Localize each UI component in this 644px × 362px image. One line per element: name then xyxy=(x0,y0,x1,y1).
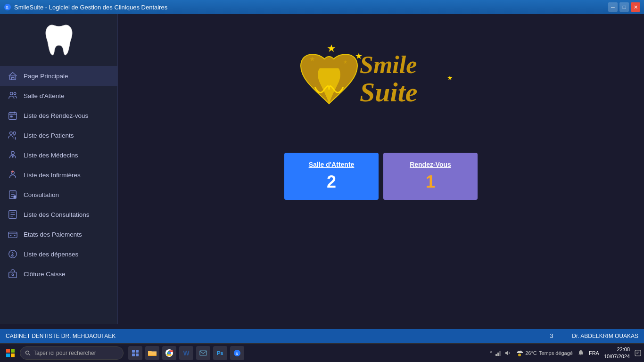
svg-rect-3 xyxy=(11,78,14,80)
svg-point-4 xyxy=(10,92,13,95)
chrome-icon xyxy=(165,349,173,357)
statusbar: CABINET DENTISTE DR. MEHDAOUI AEK 3 Dr. … xyxy=(0,329,644,343)
app-icon: S xyxy=(4,3,11,11)
taskbar-search-bar[interactable]: Taper ici pour rechercher xyxy=(20,346,124,360)
email-icon xyxy=(199,349,207,357)
taskbar-right: ^ 26°C Temps dégagé FRA 22:08 10/07/2024 xyxy=(490,346,641,360)
clock-time: 22:08 xyxy=(604,346,630,353)
svg-text:Smile: Smile xyxy=(360,51,417,78)
main-content: ★ ★ ★ Smile Suite ★ ★ xyxy=(118,14,644,324)
volume-icon xyxy=(504,350,511,356)
sidebar-item-liste-patients[interactable]: Liste des Patients xyxy=(0,125,117,145)
taskbar-clock: 22:08 10/07/2024 xyxy=(604,346,630,360)
sidebar: Page Principale Salle d'Attente Liste de… xyxy=(0,14,118,324)
svg-line-32 xyxy=(29,354,30,355)
card-rdv-value: 1 xyxy=(426,172,435,192)
sidebar-item-liste-infirmieres[interactable]: Liste des Infirmières xyxy=(0,165,117,185)
svg-rect-17 xyxy=(9,272,17,278)
sidebar-logo xyxy=(40,19,78,61)
sidebar-item-liste-depenses[interactable]: Liste des dépenses xyxy=(0,244,117,264)
close-button[interactable]: ✕ xyxy=(631,2,640,12)
calendar-icon xyxy=(8,110,18,121)
svg-point-10 xyxy=(11,151,14,154)
app-body: Page Principale Salle d'Attente Liste de… xyxy=(0,14,644,324)
sidebar-label-liste-depenses: Liste des dépenses xyxy=(24,251,78,258)
word-icon: W xyxy=(183,349,189,357)
sidebar-label-liste-medecins: Liste des Médecins xyxy=(24,152,78,159)
svg-rect-15 xyxy=(8,232,17,238)
card-rendez-vous[interactable]: Rendez-Vous 1 xyxy=(383,153,478,200)
search-icon xyxy=(25,350,31,356)
sidebar-label-consultation: Consultation xyxy=(24,191,59,198)
svg-point-9 xyxy=(13,132,16,135)
taskbar-icon-word[interactable]: W xyxy=(179,346,193,360)
taskbar-icon-app5[interactable] xyxy=(196,346,210,360)
taskbar-icon-photoshop[interactable]: Ps xyxy=(213,346,227,360)
sidebar-label-page-principale: Page Principale xyxy=(24,73,68,80)
taskbar-app-icons: W Ps S xyxy=(128,346,244,360)
weather-desc: Temps dégagé xyxy=(539,350,573,356)
sidebar-item-liste-rendez-vous[interactable]: Liste des Rendez-vous xyxy=(0,106,117,125)
svg-rect-7 xyxy=(10,116,12,117)
tray-arrow[interactable]: ^ xyxy=(490,350,492,356)
svg-rect-29 xyxy=(6,354,10,357)
sidebar-label-cloture-caisse: Clôture Caisse xyxy=(24,271,66,278)
weather-icon xyxy=(516,349,523,357)
sidebar-item-etats-paiements[interactable]: Etats des Paiements xyxy=(0,224,117,244)
svg-rect-30 xyxy=(11,354,15,357)
home-icon xyxy=(8,71,18,81)
sidebar-item-cloture-caisse[interactable]: Clôture Caisse xyxy=(0,264,117,284)
svg-text:Suite: Suite xyxy=(360,77,418,107)
list-consultations-icon xyxy=(8,209,18,220)
taskbar-icon-smilesuite[interactable]: S xyxy=(230,346,244,360)
sidebar-nav: Page Principale Salle d'Attente Liste de… xyxy=(0,66,117,284)
svg-rect-6 xyxy=(9,113,17,120)
minimize-button[interactable]: ─ xyxy=(608,2,618,12)
card-salle-attente[interactable]: Salle d'Attente 2 xyxy=(284,153,379,200)
start-button[interactable] xyxy=(3,346,18,361)
taskbar-icon-chrome[interactable] xyxy=(162,346,176,360)
tooth-icon xyxy=(45,23,73,58)
svg-rect-36 xyxy=(136,354,139,356)
consultation-icon xyxy=(8,189,18,200)
language-label: FRA xyxy=(589,350,599,356)
systray: ^ xyxy=(490,350,511,356)
sidebar-item-liste-consultations[interactable]: Liste des Consultations xyxy=(0,205,117,224)
svg-text:S: S xyxy=(6,5,8,10)
svg-text:★: ★ xyxy=(327,42,336,54)
ps-icon: Ps xyxy=(217,350,223,356)
card-salle-title: Salle d'Attente xyxy=(309,161,355,168)
statusbar-number: 3 xyxy=(550,333,553,339)
svg-rect-44 xyxy=(497,353,499,356)
weather-info: 26°C Temps dégagé xyxy=(516,349,573,357)
window-controls: ─ □ ✕ xyxy=(608,2,640,12)
svg-point-8 xyxy=(10,132,12,135)
window-title: SmileSuite - Logiciel de Gestion des Cli… xyxy=(14,4,608,11)
app-taskbar-icon: S xyxy=(233,349,241,357)
sidebar-item-page-principale[interactable]: Page Principale xyxy=(0,66,117,86)
card-rdv-title: Rendez-Vous xyxy=(410,161,451,168)
sidebar-item-liste-medecins[interactable]: Liste des Médecins xyxy=(0,145,117,165)
titlebar: S SmileSuite - Logiciel de Gestion des C… xyxy=(0,0,644,14)
svg-rect-27 xyxy=(6,349,10,353)
sidebar-item-salle-attente[interactable]: Salle d'Attente xyxy=(0,86,117,106)
taskbar-icon-file-explorer[interactable] xyxy=(145,346,159,360)
taskbar-icon-task-view[interactable] xyxy=(128,346,142,360)
dashboard-cards: Salle d'Attente 2 Rendez-Vous 1 xyxy=(284,153,478,200)
svg-rect-33 xyxy=(132,350,135,353)
svg-point-31 xyxy=(26,351,29,354)
waiting-room-icon xyxy=(8,90,18,101)
cash-register-icon xyxy=(8,269,18,279)
svg-rect-43 xyxy=(495,354,497,356)
notification-center-icon[interactable] xyxy=(635,350,641,356)
svg-point-46 xyxy=(518,354,521,356)
svg-rect-28 xyxy=(11,349,15,353)
sidebar-item-consultation[interactable]: Consultation xyxy=(0,185,117,205)
maximize-button[interactable]: □ xyxy=(619,2,629,12)
sidebar-label-liste-infirmieres: Liste des Infirmières xyxy=(24,172,81,179)
svg-point-5 xyxy=(14,92,16,95)
card-salle-value: 2 xyxy=(327,172,336,192)
network-icon xyxy=(495,350,502,356)
notifications-icon[interactable] xyxy=(578,350,584,356)
clock-date: 10/07/2024 xyxy=(604,353,630,360)
